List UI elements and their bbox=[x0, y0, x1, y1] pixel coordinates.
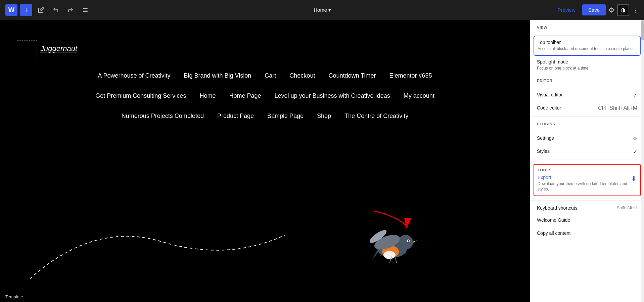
nav-link-numerous[interactable]: Numerous Projects Completed bbox=[122, 113, 204, 120]
styles-title: Styles bbox=[537, 148, 550, 154]
wordpress-logo[interactable]: W bbox=[5, 4, 17, 16]
welcome-guide-title: Welcome Guide bbox=[537, 217, 570, 223]
export-download-icon: ⬇ bbox=[631, 175, 637, 183]
code-editor-shortcut: Ctrl+Shift+Alt+M bbox=[598, 105, 637, 111]
spotlight-mode-item[interactable]: Spotlight mode Focus on one block at a t… bbox=[530, 56, 644, 75]
plugins-section-label: PLUGINS bbox=[537, 122, 637, 126]
export-text: Export Download your theme with updated … bbox=[538, 175, 628, 192]
code-editor-title: Code editor bbox=[537, 105, 561, 111]
top-toolbar-item[interactable]: Top toolbar Access all block and documen… bbox=[534, 36, 641, 56]
export-item[interactable]: Export Download your theme with updated … bbox=[538, 175, 637, 192]
top-toolbar-desc: Access all block and document tools in a… bbox=[538, 46, 633, 52]
copy-all-content-title: Copy all content bbox=[537, 230, 570, 236]
export-desc: Download your theme with updated templat… bbox=[538, 181, 628, 192]
page-title-label[interactable]: Home ▾ bbox=[314, 7, 331, 13]
export-title: Export bbox=[538, 175, 628, 180]
nav-link-elementor[interactable]: Elementor #635 bbox=[389, 72, 432, 79]
redo-button[interactable] bbox=[64, 4, 77, 16]
nav-link-centre[interactable]: The Centre of Creativity bbox=[344, 113, 408, 120]
undo-button[interactable] bbox=[50, 4, 62, 16]
nav-link-bigbrand[interactable]: Big Brand with Big Vision bbox=[184, 72, 251, 79]
edit-tool-button[interactable] bbox=[35, 4, 47, 16]
top-toolbar-text: Top toolbar Access all block and documen… bbox=[538, 40, 633, 52]
chevron-down-icon: ▾ bbox=[328, 7, 331, 13]
scrollbar-thumb[interactable] bbox=[641, 20, 644, 40]
copy-all-content-item[interactable]: Copy all content bbox=[530, 227, 644, 240]
nav-link-homepage[interactable]: Home Page bbox=[229, 92, 261, 99]
nav-link-samplepage[interactable]: Sample Page bbox=[267, 113, 304, 120]
topbar: W + Home ▾ Preview Save ⚙ ◑ ⋮ bbox=[0, 0, 644, 20]
view-section-label: VIEW bbox=[537, 26, 637, 30]
nav-link-consulting[interactable]: Get Premium Consulting Services bbox=[95, 92, 186, 99]
preview-button[interactable]: Preview bbox=[553, 5, 579, 15]
bird-image bbox=[362, 218, 422, 268]
visual-editor-title: Visual editor bbox=[537, 92, 563, 97]
nav-link-myaccount[interactable]: My account bbox=[404, 92, 434, 99]
logo-image-placeholder bbox=[17, 40, 37, 57]
scrollbar-track[interactable] bbox=[641, 20, 644, 302]
spotlight-mode-text: Spotlight mode Focus on one block at a t… bbox=[537, 59, 588, 71]
svg-point-8 bbox=[408, 240, 409, 242]
divider-2 bbox=[530, 160, 644, 160]
save-button[interactable]: Save bbox=[582, 4, 606, 15]
svg-point-6 bbox=[398, 235, 413, 250]
visual-editor-item[interactable]: Visual editor ✓ bbox=[530, 89, 644, 102]
tools-section: TOOLS Export Download your theme with up… bbox=[534, 164, 641, 197]
top-toolbar-title: Top toolbar bbox=[538, 40, 633, 45]
main-layout: Juggernaut A Powerhouse of Creativity Bi… bbox=[0, 20, 644, 302]
keyboard-shortcuts-shortcut: Shift+Alt+H bbox=[617, 206, 637, 210]
svg-marker-9 bbox=[413, 240, 417, 243]
document-overview-button[interactable] bbox=[79, 4, 91, 16]
svg-point-5 bbox=[383, 251, 396, 259]
keyboard-shortcuts-item[interactable]: Keyboard shortcuts Shift+Alt+H bbox=[530, 202, 644, 214]
styles-item[interactable]: Styles ✓ bbox=[530, 145, 644, 158]
nav-link-checkout[interactable]: Checkout bbox=[289, 72, 315, 79]
spotlight-mode-desc: Focus on one block at a time bbox=[537, 66, 588, 71]
site-logo-text: Juggernaut bbox=[40, 44, 77, 53]
editor-section-label: EDITOR bbox=[537, 79, 637, 83]
view-section: VIEW bbox=[530, 20, 644, 36]
nav-link-home[interactable]: Home bbox=[199, 92, 216, 99]
canvas-area: Juggernaut A Powerhouse of Creativity Bi… bbox=[0, 20, 530, 302]
spotlight-mode-title: Spotlight mode bbox=[537, 59, 588, 64]
styles-check-icon: ✓ bbox=[633, 148, 637, 155]
nav-link-shop[interactable]: Shop bbox=[317, 113, 331, 120]
tools-section-label: TOOLS bbox=[538, 168, 637, 172]
visual-editor-check: ✓ bbox=[633, 92, 637, 98]
settings-title: Settings bbox=[537, 135, 554, 141]
divider-3 bbox=[530, 200, 644, 201]
code-editor-item[interactable]: Code editor Ctrl+Shift+Alt+M bbox=[530, 102, 644, 115]
settings-item[interactable]: Settings ⚙ bbox=[530, 132, 644, 145]
topbar-center: Home ▾ bbox=[94, 7, 551, 13]
page-title-text: Home bbox=[314, 7, 327, 13]
plugins-section: PLUGINS bbox=[530, 118, 644, 132]
settings-gear-icon: ⚙ bbox=[633, 135, 637, 142]
nav-link-powerhouse[interactable]: A Powerhouse of Creativity bbox=[98, 72, 170, 79]
dashed-arc-decoration bbox=[27, 215, 289, 282]
keyboard-shortcuts-label: Keyboard shortcuts bbox=[537, 205, 578, 211]
site-logo-area: Juggernaut bbox=[17, 40, 77, 57]
welcome-guide-item[interactable]: Welcome Guide bbox=[530, 214, 644, 227]
side-panel: VIEW Top toolbar Access all block and do… bbox=[530, 20, 644, 302]
topbar-right: Preview Save ⚙ ◑ ⋮ bbox=[553, 4, 639, 16]
settings-gear-button[interactable]: ⚙ bbox=[608, 6, 614, 14]
nav-row-2: Get Premium Consulting Services Home Hom… bbox=[0, 92, 530, 99]
nav-link-countdown[interactable]: Countdown Timer bbox=[328, 72, 376, 79]
nav-link-cart[interactable]: Cart bbox=[265, 72, 276, 79]
nav-link-productpage[interactable]: Product Page bbox=[217, 113, 254, 120]
dark-mode-toggle[interactable]: ◑ bbox=[617, 4, 629, 16]
add-block-button[interactable]: + bbox=[20, 4, 32, 16]
editor-section: EDITOR bbox=[530, 75, 644, 89]
divider-1 bbox=[530, 116, 644, 117]
nav-row-3: Numerous Projects Completed Product Page… bbox=[0, 113, 530, 120]
nav-row-1: A Powerhouse of Creativity Big Brand wit… bbox=[0, 72, 530, 79]
svg-line-14 bbox=[395, 257, 397, 263]
more-options-button[interactable]: ⋮ bbox=[632, 6, 639, 14]
template-label: Template bbox=[5, 294, 23, 299]
nav-link-levelup[interactable]: Level up your Business with Creative Ide… bbox=[274, 92, 390, 99]
canvas-content: Juggernaut A Powerhouse of Creativity Bi… bbox=[0, 20, 530, 302]
